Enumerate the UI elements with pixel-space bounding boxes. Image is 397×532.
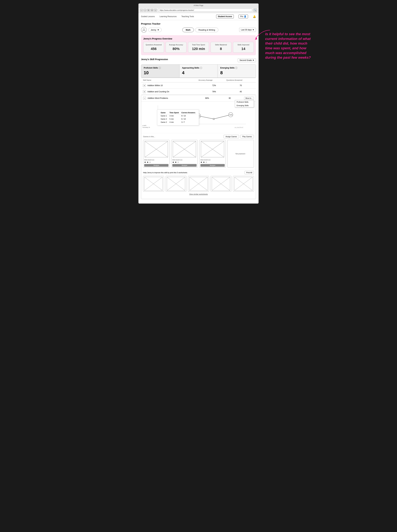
worksheet-image-0 — [143, 176, 164, 191]
tooltip-header-time: Time Spent — [168, 111, 180, 114]
grade-label: Second Grade — [239, 59, 252, 61]
skill-expanded-row: − Addition Word Problems 68% 30 Move to.… — [141, 95, 256, 199]
browser-toolbar: ← → ↻ ✕ ⌂ https://www.education.com/prog… — [138, 7, 259, 13]
student-name: Jenny — [151, 29, 156, 31]
skill-expand-0[interactable]: + — [143, 84, 146, 87]
print-all-button[interactable]: Print All — [245, 171, 254, 174]
nav-guided-lessons[interactable]: Guided Lessons — [141, 15, 155, 18]
emerging-skills-card: Emerging Skills i 8 — [218, 65, 256, 78]
grade-dropdown[interactable]: Second Grade ▼ — [238, 58, 256, 62]
stat-value-3: 8 — [213, 47, 229, 51]
view-similar-link[interactable]: View similar worksheets — [143, 192, 254, 197]
game-stars-1: ★ ★ ☆ — [172, 161, 197, 163]
pro-button[interactable]: Pro 👤 — [239, 15, 248, 18]
proficient-value: 10 — [144, 70, 177, 75]
browser-title: A Web Page — [194, 4, 203, 6]
emerging-label: Emerging Skills i — [220, 67, 253, 69]
worksheets-label: Help Jenny to improve this skill by prin… — [143, 172, 187, 174]
stat-time-spent: Total Time Spent 120 min — [188, 42, 209, 53]
student-access-button[interactable]: Student Access — [216, 15, 234, 18]
annotation-arrow — [253, 29, 272, 41]
approaching-label: Approaching Skills i — [182, 67, 215, 69]
game-assign-button-1[interactable]: Assigne — [172, 164, 197, 167]
list-item — [188, 176, 209, 192]
nav-learning-resources[interactable]: Learning Resources — [160, 15, 177, 18]
proficient-info-icon[interactable]: i — [159, 67, 161, 69]
skill-expanded-header: − Addition Word Problems 68% 30 Move to.… — [141, 95, 256, 102]
game-stars-0: ★ ★ ☆ — [144, 161, 168, 163]
back-button[interactable]: ← — [140, 9, 143, 12]
emerging-info-icon[interactable]: i — [235, 67, 237, 69]
page-content: Progress Tracker Jenny ▼ Math Reading & … — [138, 20, 259, 204]
game-image-1 — [171, 140, 198, 158]
game-info-2: Most recent sco ★ ★ ☆ Assigne — [199, 158, 226, 167]
stat-avg-accuracy: Avarage Accuracy 80% — [166, 42, 186, 53]
tooltip-header-game: Game — [159, 111, 168, 114]
games-label: Games in this... — [143, 136, 155, 138]
bell-icon[interactable]: 🔔 — [253, 15, 256, 18]
play-games-button[interactable]: Play Games — [240, 135, 254, 138]
approaching-skills-card: Approaching Skills i 4 — [180, 65, 218, 78]
move-to-proficient[interactable]: Proficient Skills — [235, 100, 254, 104]
nav-bar: Guided Lessons Learning Resources Teachi… — [138, 13, 259, 20]
reload-button[interactable]: ↻ — [147, 9, 150, 12]
forward-button[interactable]: → — [143, 9, 146, 12]
pro-label: Pro — [240, 15, 243, 18]
stat-skills-improved: Skills Improved 14 — [233, 42, 254, 53]
stat-label-0: Questions Answered — [145, 44, 162, 46]
game-recent-2: Most recent sco — [200, 159, 225, 161]
tooltip-game-2: Game 2 — [159, 117, 168, 121]
games-section: Games in this... Assign Games Play Games — [141, 133, 256, 169]
table-row: + Addition Within 10 72% 70 — [141, 83, 256, 89]
skill-progression-section: Jenny's Skill Progression Second Grade ▼… — [141, 58, 256, 199]
proficient-skills-card: Proficient Skills i 10 — [141, 65, 180, 78]
skill-collapse-2[interactable]: − — [143, 97, 146, 100]
skill-progression-header: Jenny's Skill Progression Second Grade ▼ — [141, 58, 256, 62]
list-item: Most recent sco ★ ★ ☆ Assigne — [143, 140, 170, 168]
approaching-info-icon[interactable]: i — [200, 67, 202, 69]
game-assign-button-0[interactable]: Assigne — [144, 164, 168, 167]
game-assign-button-2[interactable]: Assigne — [200, 164, 225, 167]
games-row: Games in this... Assign Games Play Games — [143, 135, 254, 138]
move-to-dropdown: Move to... Proficient Skills Emerging Sk… — [244, 97, 254, 100]
worksheets-header-row: Help Jenny to improve this skill by prin… — [143, 171, 254, 174]
url-bar[interactable]: https://www.education.com/progress-track… — [158, 9, 252, 12]
browser-nav-buttons: ← → ↻ ✕ ⌂ — [140, 9, 157, 12]
browser-search-button[interactable]: 🔍 — [254, 8, 257, 12]
game-image-2 — [199, 140, 226, 158]
tooltip-game-1: Game 1 — [159, 114, 168, 118]
student-dropdown[interactable]: Jenny ▼ — [148, 28, 162, 32]
table-row: + Addition and Counting On 76% 45 — [141, 89, 256, 95]
assign-games-button[interactable]: Assign Games — [223, 135, 239, 138]
subject-tab-reading[interactable]: Reading & Writing — [195, 28, 218, 32]
tooltip-correct-1: 8 / 10 — [180, 114, 197, 118]
student-avatar — [141, 27, 147, 33]
skill-questions-0: 70 — [227, 84, 254, 87]
skill-accuracy-1: 76% — [201, 91, 227, 93]
skill-questions-2: 30 — [218, 97, 241, 99]
list-item: Not practiced › — [227, 140, 254, 168]
tooltip-correct-3: 3 / 7 — [180, 121, 197, 124]
skill-expand-1[interactable]: + — [143, 90, 146, 93]
game-image-0 — [143, 140, 169, 158]
annotation-text: Is it helpful to see the most current in… — [265, 32, 313, 60]
progress-overview-title: Jenny's Progress Overview — [143, 37, 254, 40]
tooltip-correct-2: 6 / 10 — [180, 117, 197, 121]
skill-accuracy-2: 68% — [196, 97, 218, 99]
list-item — [143, 176, 164, 192]
move-to-button[interactable]: Move to... — [244, 97, 254, 100]
browser-window: A Web Page ← → ↻ ✕ ⌂ https://www.educati… — [138, 3, 259, 204]
page-title: Progress Tracker — [141, 22, 256, 25]
not-practiced-card: Not practiced › — [228, 140, 254, 167]
col-accuracy: Accuracy Avarage — [198, 79, 226, 81]
home-button[interactable]: ⌂ — [154, 9, 157, 12]
emerging-value: 8 — [220, 70, 253, 75]
stop-button[interactable]: ✕ — [150, 9, 153, 12]
stat-value-0: 456 — [145, 47, 162, 51]
move-to-emerging[interactable]: Emerging Skills — [235, 104, 254, 107]
stat-label-1: Avarage Accuracy — [168, 44, 184, 46]
nav-teaching-tools[interactable]: Teaching Tools — [181, 15, 194, 18]
svg-point-6 — [213, 118, 215, 120]
worksheets-section: Help Jenny to improve this skill by prin… — [141, 169, 256, 199]
subject-tab-math[interactable]: Math — [182, 28, 194, 32]
